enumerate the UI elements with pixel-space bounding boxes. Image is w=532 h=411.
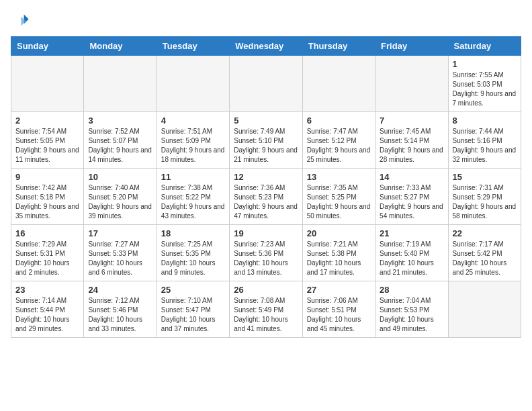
calendar-cell: 28Sunrise: 7:04 AM Sunset: 5:53 PM Dayli… xyxy=(375,281,448,338)
day-number: 9 xyxy=(15,172,79,182)
day-info: Sunrise: 7:44 AM Sunset: 5:16 PM Dayligh… xyxy=(453,127,517,165)
weekday-header: Monday xyxy=(84,37,157,56)
calendar-cell: 21Sunrise: 7:19 AM Sunset: 5:40 PM Dayli… xyxy=(375,225,448,281)
calendar-cell: 11Sunrise: 7:38 AM Sunset: 5:22 PM Dayli… xyxy=(157,169,229,225)
day-info: Sunrise: 7:31 AM Sunset: 5:29 PM Dayligh… xyxy=(453,183,517,221)
weekday-header: Wednesday xyxy=(230,37,302,56)
weekday-header: Thursday xyxy=(302,37,375,56)
day-number: 24 xyxy=(88,285,152,295)
day-info: Sunrise: 7:35 AM Sunset: 5:25 PM Dayligh… xyxy=(307,183,371,221)
calendar-week-row: 23Sunrise: 7:14 AM Sunset: 5:44 PM Dayli… xyxy=(11,281,521,338)
calendar-cell: 16Sunrise: 7:29 AM Sunset: 5:31 PM Dayli… xyxy=(11,225,84,281)
calendar-cell: 10Sunrise: 7:40 AM Sunset: 5:20 PM Dayli… xyxy=(84,169,157,225)
day-number: 21 xyxy=(380,228,443,238)
calendar-cell: 17Sunrise: 7:27 AM Sunset: 5:33 PM Dayli… xyxy=(84,225,157,281)
day-number: 3 xyxy=(88,116,152,126)
day-info: Sunrise: 7:10 AM Sunset: 5:47 PM Dayligh… xyxy=(161,296,225,334)
weekday-header: Tuesday xyxy=(157,37,229,56)
day-info: Sunrise: 7:45 AM Sunset: 5:14 PM Dayligh… xyxy=(380,127,443,165)
day-info: Sunrise: 7:29 AM Sunset: 5:31 PM Dayligh… xyxy=(15,240,79,277)
day-number: 12 xyxy=(234,172,298,182)
calendar-cell: 12Sunrise: 7:36 AM Sunset: 5:23 PM Dayli… xyxy=(230,169,302,225)
day-info: Sunrise: 7:04 AM Sunset: 5:53 PM Dayligh… xyxy=(380,296,443,334)
calendar-cell: 22Sunrise: 7:17 AM Sunset: 5:42 PM Dayli… xyxy=(448,225,521,281)
day-info: Sunrise: 7:06 AM Sunset: 5:51 PM Dayligh… xyxy=(307,296,371,334)
page-header xyxy=(11,11,521,30)
day-number: 28 xyxy=(380,285,443,295)
calendar-cell: 2Sunrise: 7:54 AM Sunset: 5:05 PM Daylig… xyxy=(11,112,84,169)
day-number: 23 xyxy=(15,285,79,295)
day-info: Sunrise: 7:42 AM Sunset: 5:18 PM Dayligh… xyxy=(15,183,79,221)
day-number: 15 xyxy=(453,172,517,182)
weekday-header: Friday xyxy=(375,37,448,56)
calendar-cell: 27Sunrise: 7:06 AM Sunset: 5:51 PM Dayli… xyxy=(302,281,375,338)
day-number: 27 xyxy=(307,285,371,295)
calendar-cell: 23Sunrise: 7:14 AM Sunset: 5:44 PM Dayli… xyxy=(11,281,84,338)
day-number: 20 xyxy=(307,228,371,238)
day-number: 14 xyxy=(380,172,443,182)
day-info: Sunrise: 7:40 AM Sunset: 5:20 PM Dayligh… xyxy=(88,183,152,221)
svg-marker-0 xyxy=(24,15,29,24)
calendar-cell xyxy=(448,281,521,338)
day-number: 4 xyxy=(161,116,225,126)
calendar-cell xyxy=(11,56,84,112)
logo-icon xyxy=(11,11,30,30)
day-info: Sunrise: 7:51 AM Sunset: 5:09 PM Dayligh… xyxy=(161,127,225,165)
calendar-table: SundayMondayTuesdayWednesdayThursdayFrid… xyxy=(11,36,521,338)
calendar-cell: 5Sunrise: 7:49 AM Sunset: 5:10 PM Daylig… xyxy=(230,112,302,169)
day-info: Sunrise: 7:21 AM Sunset: 5:38 PM Dayligh… xyxy=(307,240,371,277)
day-info: Sunrise: 7:49 AM Sunset: 5:10 PM Dayligh… xyxy=(234,127,298,165)
calendar-cell xyxy=(230,56,302,112)
calendar-cell: 15Sunrise: 7:31 AM Sunset: 5:29 PM Dayli… xyxy=(448,169,521,225)
day-info: Sunrise: 7:17 AM Sunset: 5:42 PM Dayligh… xyxy=(453,240,517,277)
day-number: 26 xyxy=(234,285,298,295)
calendar-cell: 13Sunrise: 7:35 AM Sunset: 5:25 PM Dayli… xyxy=(302,169,375,225)
day-info: Sunrise: 7:19 AM Sunset: 5:40 PM Dayligh… xyxy=(380,240,443,277)
day-info: Sunrise: 7:08 AM Sunset: 5:49 PM Dayligh… xyxy=(234,296,298,334)
calendar-cell: 25Sunrise: 7:10 AM Sunset: 5:47 PM Dayli… xyxy=(157,281,229,338)
day-info: Sunrise: 7:27 AM Sunset: 5:33 PM Dayligh… xyxy=(88,240,152,277)
day-info: Sunrise: 7:55 AM Sunset: 5:03 PM Dayligh… xyxy=(453,71,517,108)
day-number: 6 xyxy=(307,116,371,126)
day-number: 19 xyxy=(234,228,298,238)
calendar-cell: 1Sunrise: 7:55 AM Sunset: 5:03 PM Daylig… xyxy=(448,56,521,112)
day-number: 18 xyxy=(161,228,225,238)
calendar-cell: 24Sunrise: 7:12 AM Sunset: 5:46 PM Dayli… xyxy=(84,281,157,338)
day-info: Sunrise: 7:12 AM Sunset: 5:46 PM Dayligh… xyxy=(88,296,152,334)
calendar-week-row: 1Sunrise: 7:55 AM Sunset: 5:03 PM Daylig… xyxy=(11,56,521,112)
day-info: Sunrise: 7:47 AM Sunset: 5:12 PM Dayligh… xyxy=(307,127,371,165)
weekday-header: Sunday xyxy=(11,37,84,56)
day-number: 2 xyxy=(15,116,79,126)
calendar-week-row: 16Sunrise: 7:29 AM Sunset: 5:31 PM Dayli… xyxy=(11,225,521,281)
day-info: Sunrise: 7:38 AM Sunset: 5:22 PM Dayligh… xyxy=(161,183,225,221)
day-number: 7 xyxy=(380,116,443,126)
calendar-week-row: 2Sunrise: 7:54 AM Sunset: 5:05 PM Daylig… xyxy=(11,112,521,169)
day-info: Sunrise: 7:52 AM Sunset: 5:07 PM Dayligh… xyxy=(88,127,152,165)
calendar-cell: 6Sunrise: 7:47 AM Sunset: 5:12 PM Daylig… xyxy=(302,112,375,169)
day-number: 11 xyxy=(161,172,225,182)
day-number: 10 xyxy=(88,172,152,182)
day-info: Sunrise: 7:14 AM Sunset: 5:44 PM Dayligh… xyxy=(15,296,79,334)
calendar-cell xyxy=(84,56,157,112)
calendar-cell: 18Sunrise: 7:25 AM Sunset: 5:35 PM Dayli… xyxy=(157,225,229,281)
calendar-cell xyxy=(302,56,375,112)
calendar-cell: 20Sunrise: 7:21 AM Sunset: 5:38 PM Dayli… xyxy=(302,225,375,281)
calendar-header-row: SundayMondayTuesdayWednesdayThursdayFrid… xyxy=(11,37,521,56)
day-number: 1 xyxy=(453,59,517,69)
weekday-header: Saturday xyxy=(448,37,521,56)
calendar-cell: 3Sunrise: 7:52 AM Sunset: 5:07 PM Daylig… xyxy=(84,112,157,169)
day-number: 13 xyxy=(307,172,371,182)
day-info: Sunrise: 7:36 AM Sunset: 5:23 PM Dayligh… xyxy=(234,183,298,221)
calendar-cell: 26Sunrise: 7:08 AM Sunset: 5:49 PM Dayli… xyxy=(230,281,302,338)
day-number: 16 xyxy=(15,228,79,238)
day-info: Sunrise: 7:33 AM Sunset: 5:27 PM Dayligh… xyxy=(380,183,443,221)
day-info: Sunrise: 7:54 AM Sunset: 5:05 PM Dayligh… xyxy=(15,127,79,165)
calendar-cell: 8Sunrise: 7:44 AM Sunset: 5:16 PM Daylig… xyxy=(448,112,521,169)
day-number: 22 xyxy=(453,228,517,238)
day-info: Sunrise: 7:25 AM Sunset: 5:35 PM Dayligh… xyxy=(161,240,225,277)
day-number: 17 xyxy=(88,228,152,238)
day-number: 8 xyxy=(453,116,517,126)
day-info: Sunrise: 7:23 AM Sunset: 5:36 PM Dayligh… xyxy=(234,240,298,277)
calendar-cell: 4Sunrise: 7:51 AM Sunset: 5:09 PM Daylig… xyxy=(157,112,229,169)
day-number: 25 xyxy=(161,285,225,295)
